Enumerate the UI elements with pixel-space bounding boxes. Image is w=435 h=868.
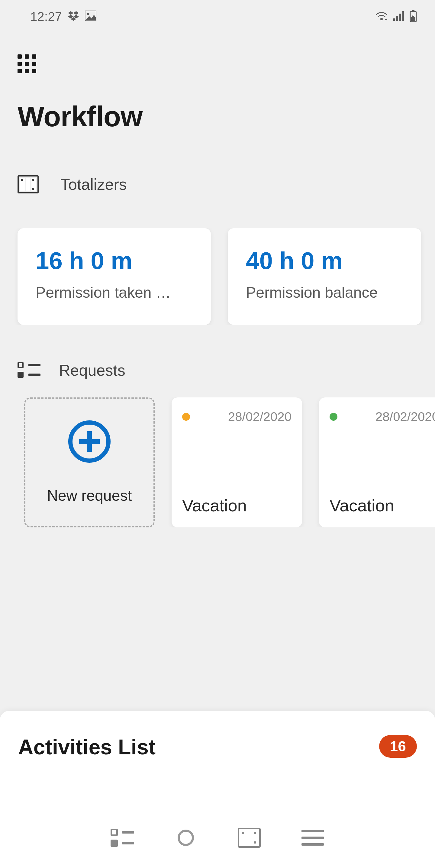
plus-icon: [68, 421, 110, 463]
svg-point-1: [87, 13, 90, 15]
new-request-label: New request: [47, 487, 132, 504]
svg-rect-4: [393, 19, 395, 21]
requests-section-header: Requests: [18, 361, 435, 379]
totalizer-card[interactable]: 40 h 0 m Permission balance: [228, 228, 421, 325]
request-title: Vacation: [182, 496, 292, 515]
totalizers-section-header: Totalizers: [18, 175, 435, 193]
image-icon: [85, 9, 96, 24]
totalizers-row[interactable]: 16 h 0 m Permission taken … 40 h 0 m Per…: [0, 228, 435, 325]
totalizer-value: 16 h 0 m: [36, 247, 193, 275]
apps-menu-icon[interactable]: [18, 54, 36, 73]
requests-label: Requests: [59, 361, 125, 379]
nav-circle[interactable]: [174, 826, 198, 850]
requests-icon: [110, 829, 134, 847]
svg-rect-7: [402, 11, 404, 21]
dropbox-icon: [68, 9, 79, 24]
status-dot: [330, 413, 337, 421]
totalizer-label: Permission taken …: [36, 284, 193, 301]
nav-requests[interactable]: [110, 826, 134, 850]
svg-rect-6: [399, 13, 401, 21]
battery-icon: [410, 10, 417, 23]
nav-totalizers[interactable]: [237, 826, 261, 850]
request-date: 28/02/2020: [228, 409, 292, 424]
status-time: 12:27: [30, 9, 62, 24]
svg-text:+: +: [385, 17, 387, 21]
svg-point-2: [380, 18, 383, 20]
page-title: Workflow: [18, 100, 435, 133]
activities-title: Activities List: [18, 735, 156, 759]
circle-icon: [178, 830, 194, 846]
totalizer-value: 40 h 0 m: [246, 247, 403, 275]
totalizer-card[interactable]: 16 h 0 m Permission taken …: [18, 228, 211, 325]
status-bar: 12:27 +: [0, 0, 435, 33]
new-request-button[interactable]: New request: [24, 397, 155, 527]
totalizers-icon: [238, 828, 261, 848]
status-right: +: [375, 10, 417, 23]
status-left: 12:27: [30, 9, 96, 24]
wifi-icon: +: [375, 11, 388, 22]
bottom-nav: [0, 808, 435, 868]
totalizers-icon: [18, 175, 39, 193]
request-card[interactable]: 28/02/2020 Vacation: [319, 397, 435, 527]
requests-row[interactable]: New request 28/02/2020 Vacation 28/02/20…: [0, 397, 435, 527]
status-dot: [182, 413, 190, 421]
request-card[interactable]: 28/02/2020 Vacation: [172, 397, 302, 527]
svg-rect-5: [396, 16, 398, 21]
requests-icon: [18, 362, 37, 378]
activities-badge: 16: [379, 735, 417, 758]
nav-menu[interactable]: [301, 826, 325, 850]
totalizers-label: Totalizers: [60, 175, 127, 193]
request-date: 28/02/2020: [375, 409, 435, 424]
request-title: Vacation: [330, 496, 435, 515]
signal-icon: [393, 11, 404, 22]
hamburger-icon: [301, 830, 324, 846]
activities-panel[interactable]: Activities List 16: [0, 711, 435, 808]
totalizer-label: Permission balance: [246, 284, 403, 301]
